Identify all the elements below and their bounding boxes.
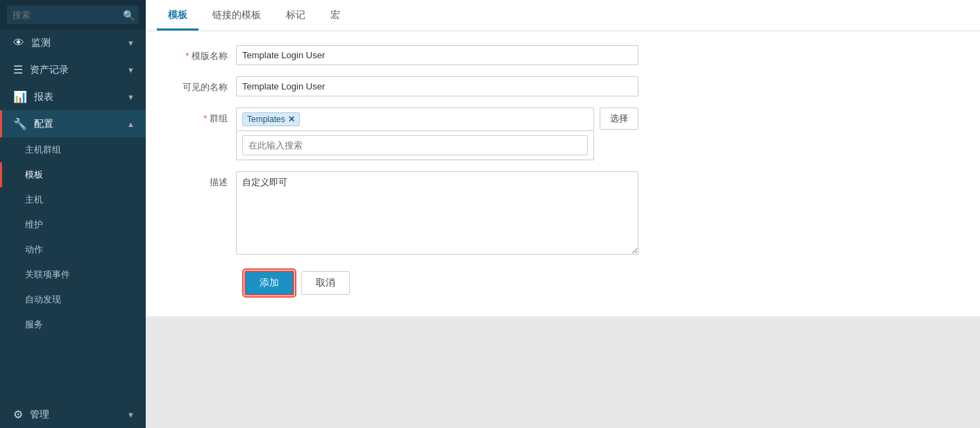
button-row: 添加 取消 [167, 271, 959, 296]
visible-name-label: 可见的名称 [167, 76, 236, 94]
chevron-down-icon: ▼ [127, 39, 135, 47]
tag-label: Templates [247, 114, 285, 124]
sidebar-sub-label: 动作 [25, 243, 43, 256]
tab-tags[interactable]: 标记 [275, 2, 316, 31]
sidebar-sub-label: 主机 [25, 194, 43, 206]
cancel-button[interactable]: 取消 [301, 271, 350, 295]
chevron-up-icon: ▲ [127, 120, 135, 128]
group-row: Templates ✕ 选择 [236, 108, 639, 160]
sidebar-sub-item-actions[interactable]: 动作 [0, 237, 146, 262]
sidebar-item-label: 报表 [34, 91, 53, 103]
form-row-visible-name: 可见的名称 [167, 76, 959, 96]
sidebar-item-label: 资产记录 [30, 64, 69, 76]
sidebar-item-label: 监测 [31, 37, 51, 49]
description-label: 描述 [167, 171, 236, 189]
form-row-description: 描述 自定义即可 [167, 171, 959, 257]
group-input-area: Templates ✕ [236, 108, 594, 160]
sidebar-sub-label: 维护 [25, 219, 43, 231]
add-button[interactable]: 添加 [244, 271, 294, 296]
group-search-input[interactable] [242, 135, 588, 155]
group-wrap: Templates ✕ 选择 [236, 108, 639, 160]
sidebar-sub-label: 自动发现 [25, 293, 61, 306]
sidebar-sub-item-hosts[interactable]: 主机 [0, 187, 146, 212]
required-star: * [185, 51, 192, 61]
sidebar-item-assets[interactable]: ☰ 资产记录 ▼ [0, 56, 146, 83]
footer-background [146, 316, 980, 428]
template-name-input[interactable] [236, 45, 639, 65]
chevron-down-icon: ▼ [127, 411, 135, 419]
sidebar-sub-item-correlation[interactable]: 关联项事件 [0, 262, 146, 287]
template-name-label: * 模版名称 [167, 45, 236, 62]
sidebar-sub-label: 模板 [25, 169, 43, 181]
chevron-down-icon: ▼ [127, 93, 135, 101]
group-search-box [236, 131, 594, 160]
sidebar-sub-item-maintenance[interactable]: 维护 [0, 212, 146, 237]
visible-name-wrap [236, 76, 639, 96]
sidebar-item-reports[interactable]: 📊 报表 ▼ [0, 83, 146, 110]
group-label-text: 群组 [210, 113, 228, 123]
form-row-group: * 群组 Templates ✕ [167, 108, 959, 160]
sidebar-sub-item-services[interactable]: 服务 [0, 312, 146, 337]
sidebar-item-label: 配置 [34, 118, 53, 130]
sidebar-sub-item-host-groups[interactable]: 主机群组 [0, 137, 146, 162]
sidebar-item-label: 管理 [30, 409, 49, 421]
search-input[interactable] [7, 6, 139, 24]
tab-template[interactable]: 模板 [157, 2, 198, 31]
sidebar-sub-item-templates[interactable]: 模板 [0, 162, 146, 187]
chevron-down-icon: ▼ [127, 66, 135, 74]
template-name-wrap [236, 45, 639, 65]
assets-icon: ☰ [13, 63, 23, 76]
form-row-template-name: * 模版名称 [167, 45, 959, 65]
form-area: * 模版名称 可见的名称 * 群组 [146, 31, 980, 316]
sidebar-sub-item-discovery[interactable]: 自动发现 [0, 287, 146, 312]
admin-icon: ⚙ [13, 408, 23, 421]
tab-macro[interactable]: 宏 [319, 2, 351, 31]
monitor-icon: 👁 [13, 37, 24, 49]
group-required-star: * [203, 113, 210, 123]
sidebar-sub-label: 关联项事件 [25, 268, 70, 281]
sidebar-search-bar: 🔍 [0, 0, 146, 30]
sidebar-sub-label: 服务 [25, 318, 43, 331]
sidebar: 🔍 👁 监测 ▼ ☰ 资产记录 ▼ 📊 报表 ▼ 🔧 配置 ▲ 主机群组 模板 … [0, 0, 146, 428]
config-icon: 🔧 [13, 117, 27, 130]
template-name-label-text: 模版名称 [192, 51, 228, 61]
sidebar-item-monitor[interactable]: 👁 监测 ▼ [0, 30, 146, 56]
tags-input-box[interactable]: Templates ✕ [236, 108, 594, 131]
sidebar-item-config[interactable]: 🔧 配置 ▲ [0, 110, 146, 137]
sidebar-sub-label: 主机群组 [25, 144, 61, 156]
group-tag-templates: Templates ✕ [242, 112, 300, 126]
search-icon: 🔍 [123, 10, 135, 21]
select-button[interactable]: 选择 [600, 108, 639, 130]
description-wrap: 自定义即可 [236, 171, 639, 257]
reports-icon: 📊 [13, 90, 27, 103]
tab-bar: 模板 链接的模板 标记 宏 [146, 0, 980, 31]
tab-linked[interactable]: 链接的模板 [201, 2, 272, 31]
tag-close-icon[interactable]: ✕ [288, 114, 295, 124]
group-label: * 群组 [167, 108, 236, 125]
sidebar-item-admin[interactable]: ⚙ 管理 ▼ [0, 401, 146, 428]
visible-name-input[interactable] [236, 76, 639, 96]
main-content: 模板 链接的模板 标记 宏 * 模版名称 可见的名称 * 群组 [146, 0, 980, 428]
description-textarea[interactable]: 自定义即可 [236, 171, 639, 255]
